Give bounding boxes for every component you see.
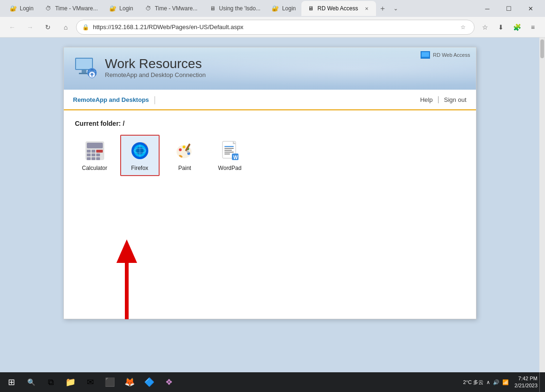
taskbar-app7[interactable]: 🔷 (140, 372, 159, 392)
title-text: Work Resources RemoteApp and Desktop Con… (105, 56, 206, 79)
tab-label-7: RD Web Access (317, 5, 358, 12)
tab-overflow-button[interactable]: ⌄ (389, 2, 402, 15)
download-button[interactable]: ⬇ (493, 20, 508, 35)
svg-rect-42 (224, 148, 234, 149)
main-title: Work Resources (105, 56, 206, 72)
tray-icon-3: 📶 (502, 379, 509, 385)
firefox-label: Firefox (131, 165, 148, 171)
taskbar-time: 7:42 PM (514, 375, 537, 382)
calculator-icon (84, 139, 106, 162)
maximize-button[interactable]: ☐ (498, 1, 520, 16)
taskbar-file-explorer[interactable]: 📁 (61, 372, 80, 392)
app-wordpad[interactable]: W WordPad (210, 135, 250, 176)
show-desktop-button[interactable] (539, 372, 541, 392)
taskbar-firefox[interactable]: 🦊 (120, 372, 139, 392)
app-firefox[interactable]: Firefox (120, 135, 160, 176)
svg-rect-15 (87, 150, 91, 153)
window-controls: ─ ☐ ✕ (476, 1, 541, 16)
browser-title-bar: 🔐 Login ⏱ Time - VMware... 🔐 Login ⏱ Tim… (0, 0, 545, 17)
back-button[interactable]: ← (5, 20, 20, 35)
system-tray-icons: 2°C 多云 ∧ 🔊 📶 (463, 379, 509, 386)
favorites-button[interactable]: ☆ (477, 20, 492, 35)
rdweb-header: RD Web Access (64, 47, 476, 90)
tab-close-button[interactable]: ✕ (363, 5, 370, 12)
svg-rect-22 (92, 157, 95, 160)
taskbar-app8[interactable]: ❖ (160, 372, 178, 392)
svg-rect-21 (87, 157, 91, 160)
rdweb-content: Current folder: / (64, 110, 476, 185)
taskbar: ⊞ 🔍 ⧉ 📁 ✉ ⬛ 🦊 🔷 ❖ 2°C 多云 ∧ 🔊 📶 7:42 PM 2… (0, 372, 545, 392)
tab-label-1: Login (20, 5, 33, 12)
settings-button[interactable]: ≡ (525, 20, 540, 35)
help-link[interactable]: Help (420, 96, 433, 103)
subtitle: RemoteApp and Desktop Connection (105, 71, 206, 78)
nav-separator: | (154, 95, 156, 104)
url-text: https://192.168.1.21/RDWeb/Pages/en-US/D… (93, 23, 453, 31)
browser-scrollbar[interactable] (539, 38, 545, 372)
svg-rect-23 (96, 157, 100, 160)
svg-rect-16 (92, 150, 95, 153)
browser-window: 🔐 Login ⏱ Time - VMware... 🔐 Login ⏱ Tim… (0, 0, 545, 372)
nav-pipe: | (438, 95, 439, 104)
close-button[interactable]: ✕ (520, 1, 541, 16)
home-button[interactable]: ⌂ (58, 20, 73, 35)
svg-rect-14 (87, 143, 103, 148)
page-area: RD Web Access (0, 38, 545, 372)
bookmark-button[interactable]: ☆ (457, 22, 468, 33)
svg-rect-19 (92, 154, 95, 156)
svg-rect-4 (76, 59, 92, 69)
svg-point-30 (179, 148, 182, 151)
app-paint[interactable]: Paint (165, 135, 205, 176)
tray-icon-2: 🔊 (493, 379, 499, 385)
tab-favicon-7: 🖥 (307, 5, 315, 12)
calculator-label: Calculator (82, 165, 107, 171)
forward-button[interactable]: → (23, 20, 38, 35)
svg-rect-45 (224, 154, 230, 154)
title-area: Work Resources RemoteApp and Desktop Con… (73, 55, 467, 79)
lock-icon: 🔒 (82, 24, 89, 31)
tab-label-4: Time - VMware... (155, 5, 198, 12)
right-nav-icons: ☆ ⬇ 🧩 ≡ (477, 20, 540, 35)
svg-rect-18 (87, 154, 91, 156)
tab-time-vmware-1[interactable]: ⏱ Time - VMware... (39, 1, 103, 16)
work-resources-logo (73, 55, 98, 79)
taskbar-mail[interactable]: ✉ (81, 372, 100, 392)
reload-button[interactable]: ↻ (40, 20, 55, 35)
tab-login-2[interactable]: 🔐 Login (103, 1, 138, 16)
extension-button[interactable]: 🧩 (509, 20, 524, 35)
taskbar-clock[interactable]: 7:42 PM 2/21/2023 (514, 375, 537, 390)
search-button[interactable]: 🔍 (23, 372, 39, 392)
scrollbar-thumb[interactable] (540, 39, 544, 58)
paint-icon (174, 139, 196, 162)
taskbar-items: ⧉ 📁 ✉ ⬛ 🦊 🔷 ❖ (41, 372, 178, 392)
taskbar-right: 2°C 多云 ∧ 🔊 📶 7:42 PM 2/21/2023 (463, 372, 545, 392)
wordpad-label: WordPad (218, 165, 242, 171)
app-calculator[interactable]: Calculator (75, 135, 115, 176)
address-bar[interactable]: 🔒 https://192.168.1.21/RDWeb/Pages/en-US… (76, 20, 475, 35)
tab-login-1[interactable]: 🔐 Login (4, 1, 39, 16)
folder-label: Current folder: / (75, 120, 465, 127)
tab-favicon-2: ⏱ (45, 5, 52, 12)
minimize-button[interactable]: ─ (476, 1, 498, 16)
firefox-icon (129, 139, 151, 162)
svg-rect-44 (224, 152, 234, 153)
svg-rect-17 (96, 150, 103, 153)
taskbar-task-view[interactable]: ⧉ (41, 372, 60, 392)
tab-rdweb[interactable]: 🖥 RD Web Access ✕ (301, 1, 376, 16)
apps-grid: Calculator (75, 135, 465, 176)
tab-label-2: Time - VMware... (55, 5, 98, 12)
new-tab-button[interactable]: ＋ (376, 2, 389, 15)
sign-out-link[interactable]: Sign out (444, 96, 467, 103)
paint-label: Paint (178, 165, 191, 171)
svg-rect-5 (82, 70, 86, 73)
svg-text:W: W (233, 155, 238, 160)
remoteapp-nav-link[interactable]: RemoteApp and Desktops (73, 94, 149, 106)
wordpad-icon: W (219, 139, 241, 162)
tab-using-lsdo[interactable]: 🖥 Using the 'lsdo... (203, 1, 266, 16)
start-button[interactable]: ⊞ (0, 372, 23, 392)
tab-favicon-3: 🔐 (109, 5, 116, 12)
tab-login-3[interactable]: 🔐 Login (266, 1, 301, 16)
taskbar-terminal[interactable]: ⬛ (100, 372, 119, 392)
tab-time-vmware-2[interactable]: ⏱ Time - VMware... (139, 1, 203, 16)
rdweb-nav-strip: RemoteApp and Desktops | Help | Sign out (64, 90, 476, 110)
